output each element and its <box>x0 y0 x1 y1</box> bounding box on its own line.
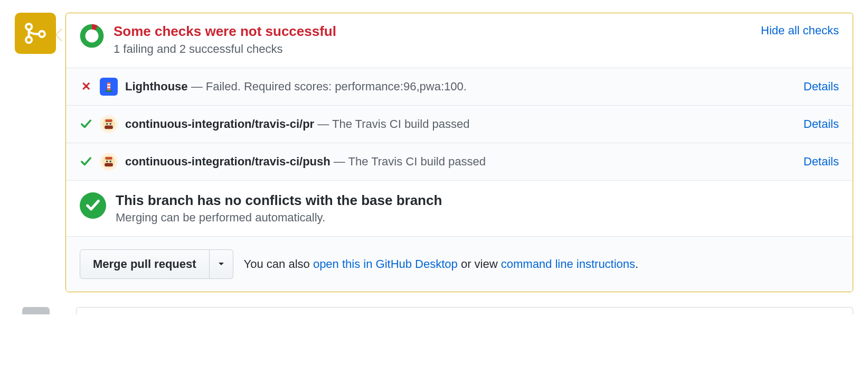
svg-point-3 <box>83 27 101 45</box>
check-sep: — <box>188 80 206 93</box>
check-sep: — <box>331 155 348 168</box>
check-icon <box>80 156 92 167</box>
comment-box-stub <box>76 307 853 314</box>
check-row: ✕ Lighthouse — Failed. Required scores: … <box>66 68 853 106</box>
timeline-merge-badge <box>15 13 56 54</box>
checks-status-heading: Some checks were not successful <box>114 24 751 39</box>
check-details-link[interactable]: Details <box>804 117 839 131</box>
svg-point-18 <box>110 160 111 162</box>
merge-conflict-status: This branch has no conflicts with the ba… <box>66 181 853 237</box>
checks-header: Some checks were not successful 1 failin… <box>66 13 853 68</box>
check-name: continuous-integration/travis-ci/push <box>125 155 331 168</box>
travis-avatar <box>100 115 118 133</box>
success-check-icon <box>80 192 106 219</box>
checks-donut-icon <box>80 24 104 48</box>
merge-actions-bar: Merge pull request You can also open thi… <box>66 237 853 292</box>
check-desc: The Travis CI build passed <box>332 117 469 131</box>
svg-point-17 <box>106 160 108 162</box>
open-github-desktop-link[interactable]: open this in GitHub Desktop <box>313 257 458 271</box>
check-name: continuous-integration/travis-ci/pr <box>125 117 314 131</box>
git-merge-icon <box>24 22 47 45</box>
lighthouse-avatar <box>100 78 118 96</box>
check-icon <box>80 118 92 130</box>
svg-rect-6 <box>107 84 110 86</box>
check-row: continuous-integration/travis-ci/push — … <box>66 143 853 181</box>
command-line-instructions-link[interactable]: command line instructions <box>501 257 635 271</box>
checks-panel: Some checks were not successful 1 failin… <box>65 13 853 292</box>
merge-status-sub: Merging can be performed automatically. <box>116 211 442 225</box>
svg-point-1 <box>26 37 32 43</box>
svg-point-12 <box>106 123 108 124</box>
next-section-stub <box>15 307 853 314</box>
merge-info-text: You can also open this in GitHub Desktop… <box>244 257 639 271</box>
svg-rect-16 <box>105 163 113 166</box>
hide-all-checks-link[interactable]: Hide all checks <box>761 24 839 38</box>
check-sep: — <box>314 117 332 131</box>
check-details-link[interactable]: Details <box>804 155 839 169</box>
caret-down-icon <box>218 262 224 266</box>
svg-point-0 <box>26 24 32 30</box>
svg-rect-8 <box>106 90 112 92</box>
travis-avatar <box>100 153 118 171</box>
svg-rect-10 <box>106 119 112 122</box>
svg-rect-7 <box>107 87 110 88</box>
x-icon: ✕ <box>80 80 92 94</box>
check-desc: The Travis CI build passed <box>348 155 486 168</box>
check-row: continuous-integration/travis-ci/pr — Th… <box>66 106 853 143</box>
merge-options-caret-button[interactable] <box>210 249 233 279</box>
merge-status-heading: This branch has no conflicts with the ba… <box>116 192 442 209</box>
svg-rect-15 <box>106 156 112 159</box>
avatar-placeholder <box>22 307 50 314</box>
svg-point-13 <box>110 123 111 124</box>
check-name: Lighthouse <box>125 80 188 93</box>
svg-rect-5 <box>107 82 110 90</box>
check-desc: Failed. Required scores: performance:96,… <box>206 80 467 93</box>
merge-pull-request-button[interactable]: Merge pull request <box>80 249 210 279</box>
svg-point-2 <box>39 31 45 37</box>
check-details-link[interactable]: Details <box>804 80 839 94</box>
checks-status-sub: 1 failing and 2 successful checks <box>114 42 751 56</box>
svg-rect-11 <box>105 125 113 129</box>
